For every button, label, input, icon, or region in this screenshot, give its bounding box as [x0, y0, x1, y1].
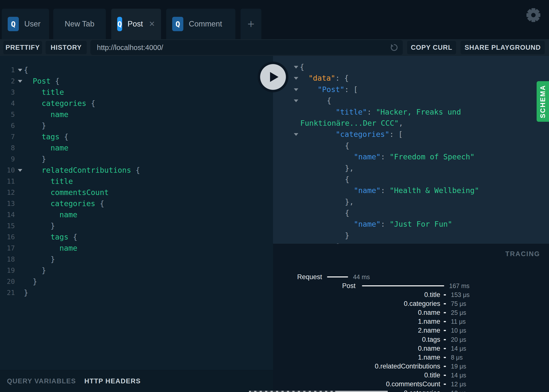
response-line: Funktionäre...Der CCC",	[273, 118, 549, 129]
endpoint-url-input[interactable]	[90, 40, 403, 55]
query-variables-tab[interactable]: QUERY VARIABLES	[7, 377, 76, 385]
tab-new-tab[interactable]: New Tab	[53, 9, 106, 39]
editor-line: 21}	[0, 287, 273, 298]
tab-label: Comment	[189, 20, 222, 28]
response-line: },	[273, 163, 549, 174]
query-badge: Q	[8, 17, 19, 31]
close-tab-icon[interactable]: ✕	[149, 20, 155, 28]
query-badge: Q	[172, 17, 183, 31]
code-text: categories {	[0, 98, 95, 109]
timing-bar	[362, 285, 444, 286]
history-button[interactable]: HISTORY	[46, 41, 87, 54]
code-text: }	[0, 287, 28, 298]
editor-line: 3title	[0, 87, 273, 98]
tab-bar: QUserNew TabQPost✕QComment +	[0, 0, 549, 39]
editor-line: 9}	[0, 153, 273, 165]
editor-line: 4categories {	[0, 98, 273, 109]
execute-query-button[interactable]	[258, 62, 288, 92]
response-line: {	[273, 140, 549, 151]
timing-duration: 44 ms	[353, 273, 370, 281]
tracing-row: 0.title14 μs	[273, 371, 549, 380]
timing-duration: 14 μs	[451, 372, 466, 379]
json-text: ]	[273, 241, 340, 244]
json-text: {	[273, 140, 349, 151]
code-text: {	[0, 64, 28, 75]
editor-footer: QUERY VARIABLES HTTP HEADERS	[0, 370, 273, 392]
tracing-row: Request44 ms	[273, 272, 549, 281]
tracing-title: TRACING	[505, 250, 540, 258]
response-line: {	[273, 174, 549, 185]
query-editor[interactable]: 1{2Post {3title4categories {5name6}7tags…	[0, 56, 273, 370]
timing-duration: 8 μs	[451, 354, 463, 361]
tracing-label: 0.commentsCount	[273, 380, 440, 388]
timing-duration: 25 μs	[451, 309, 466, 316]
json-text: "categories": [	[273, 129, 403, 140]
tab-comment[interactable]: QComment	[166, 9, 235, 39]
timing-dash	[444, 303, 446, 304]
editor-line: 11title	[0, 176, 273, 187]
response-line: }	[273, 230, 549, 241]
code-text: tags {	[0, 131, 68, 142]
timing-duration: 11 μs	[451, 318, 466, 325]
timing-duration: 167 ms	[449, 282, 469, 290]
reload-icon[interactable]	[389, 43, 399, 52]
settings-gear-icon[interactable]	[526, 8, 541, 22]
json-text: "name": "Just For Fun"	[273, 219, 452, 230]
response-line: "title": "Hacker, Freaks und	[273, 106, 549, 118]
code-text: }	[0, 276, 37, 287]
timing-dash	[444, 321, 446, 322]
tracing-label: 1.name	[273, 354, 440, 361]
copy-curl-button[interactable]: COPY CURL	[407, 41, 456, 54]
json-text: },	[273, 196, 354, 207]
tracing-row: 2.name10 μs	[273, 326, 549, 335]
tracing-row: 1.name8 μs	[273, 353, 549, 362]
timing-duration: 20 μs	[451, 336, 466, 343]
code-text: Post {	[0, 75, 59, 87]
tab-user[interactable]: QUser	[2, 9, 49, 39]
schema-side-tab[interactable]: SCHEMA	[537, 81, 549, 122]
timing-duration: 19 μs	[451, 363, 466, 370]
timing-dash	[444, 348, 446, 349]
tracing-row: 0.name25 μs	[273, 308, 549, 317]
code-text: tags {	[0, 231, 77, 243]
json-text: Funktionäre...Der CCC",	[273, 118, 403, 129]
share-playground-button[interactable]: SHARE PLAYGROUND	[461, 41, 545, 54]
code-text: name	[0, 109, 68, 120]
tab-post[interactable]: QPost✕	[111, 9, 161, 39]
json-text: {	[273, 174, 349, 185]
graphql-playground-window: QUserNew TabQPost✕QComment + PRETTIFY HI…	[0, 0, 549, 392]
prettify-button[interactable]: PRETTIFY	[3, 41, 42, 54]
timing-dash	[444, 375, 446, 376]
editor-line: 16tags {	[0, 231, 273, 243]
tab-label: Post	[128, 20, 143, 28]
tracing-row: 0.name14 μs	[273, 344, 549, 353]
code-text: name	[0, 209, 77, 220]
toolbar: PRETTIFY HISTORY COPY CURL SHARE PLAYGRO…	[0, 39, 549, 56]
tracing-row: 0.commentsCount12 μs	[273, 380, 549, 389]
response-line: "name": "Freedom of Speech"	[273, 151, 549, 162]
response-viewer: {"data": {"Post": [{"title": "Hacker, Fr…	[273, 56, 549, 244]
tracing-label: 0.tags	[273, 336, 440, 343]
add-tab-button[interactable]: +	[241, 9, 261, 39]
json-text: "title": "Hacker, Freaks und	[273, 106, 461, 118]
tracing-row: 0.relatedContributions19 μs	[273, 362, 549, 371]
timing-dash	[444, 366, 446, 367]
tracing-label: 1.name	[273, 318, 440, 325]
editor-line: 20}	[0, 276, 273, 287]
editor-line: 10relatedContributions {	[0, 165, 273, 176]
code-text: }	[0, 265, 46, 276]
http-headers-tab[interactable]: HTTP HEADERS	[84, 377, 141, 385]
editor-line: 8name	[0, 142, 273, 153]
code-text: title	[0, 87, 64, 98]
timing-dash	[444, 339, 446, 340]
response-line: "name": "Health & Wellbeing"	[273, 185, 549, 196]
code-text: name	[0, 142, 68, 153]
editor-line: 1{	[0, 64, 273, 75]
tab-label: New Tab	[65, 20, 94, 28]
editor-line: 14name	[0, 209, 273, 220]
timing-duration: 12 μs	[451, 381, 466, 388]
tracing-row: 0.title153 μs	[273, 290, 549, 299]
editor-line: 7tags {	[0, 131, 273, 142]
tracing-row: Post167 ms	[273, 281, 549, 290]
response-line: "data": {	[273, 73, 549, 84]
